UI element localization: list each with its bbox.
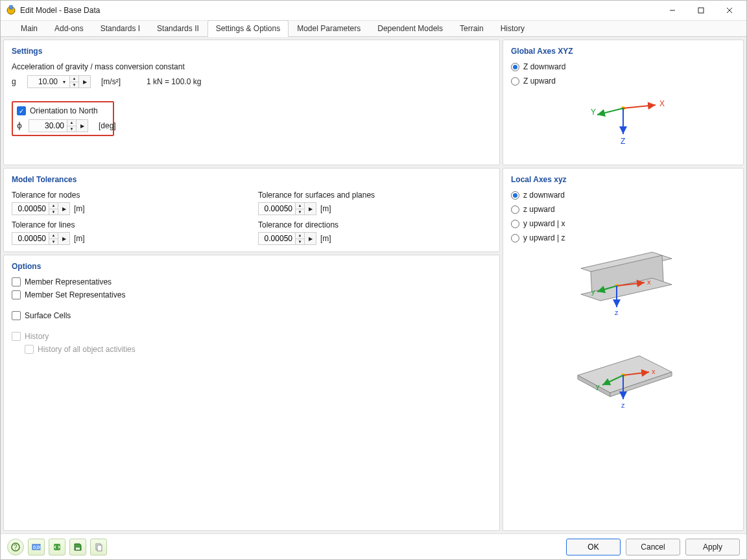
history-label: History — [25, 332, 49, 341]
maximize-button[interactable] — [687, 1, 715, 20]
close-button[interactable] — [715, 1, 744, 20]
local-z-down-radio[interactable]: z downward — [511, 191, 735, 200]
app-icon — [6, 5, 16, 16]
spin-down-icon[interactable]: ▼ — [70, 82, 78, 88]
tol-surfaces-spinner[interactable]: ▲▼ — [296, 202, 305, 215]
gravity-note: 1 kN = 100.0 kg — [147, 77, 201, 86]
window-title: Edit Model - Base Data — [20, 6, 100, 15]
svg-text:z: z — [615, 309, 619, 316]
member-reps-checkbox[interactable] — [12, 277, 21, 286]
tol-unit: [m] — [74, 204, 85, 213]
svg-rect-38 — [76, 548, 80, 550]
orientation-highlight: ✓ Orientation to North ɸ ▲ ▼ — [12, 101, 114, 136]
gravity-spinner[interactable]: ▲ ▼ — [70, 75, 79, 88]
spin-up-icon[interactable]: ▲ — [67, 120, 76, 126]
svg-text:z: z — [621, 401, 625, 409]
tol-surfaces-picker[interactable]: ▶ — [305, 202, 316, 215]
save-icon[interactable] — [69, 539, 86, 555]
titlebar: Edit Model - Base Data — [1, 1, 746, 20]
gravity-select[interactable]: 10.00 ▾ — [27, 75, 70, 88]
tolerances-title: Model Tolerances — [12, 175, 492, 184]
svg-line-9 — [597, 108, 623, 115]
help-icon[interactable]: ? — [7, 539, 24, 555]
chevron-down-icon: ▾ — [60, 79, 68, 85]
tol-directions-label: Tolerance for directions — [258, 220, 492, 229]
surface-cells-checkbox[interactable] — [12, 311, 21, 320]
options-title: Options — [12, 262, 492, 271]
orientation-angle-input[interactable] — [29, 119, 67, 132]
tab-settings-options[interactable]: Settings & Options — [208, 20, 289, 37]
tol-directions-input[interactable] — [258, 232, 296, 245]
tol-surfaces-label: Tolerance for surfaces and planes — [258, 191, 492, 200]
svg-text:0,00: 0,00 — [33, 545, 41, 550]
script-icon[interactable] — [49, 539, 65, 555]
cancel-button[interactable]: Cancel — [626, 539, 680, 555]
history-all-label: History of all object activities — [38, 345, 136, 354]
units-icon[interactable]: 0,00 — [28, 539, 45, 555]
svg-rect-40 — [97, 545, 102, 551]
tabstrip: Main Add-ons Standards I Standards II Se… — [1, 20, 746, 37]
gravity-label: Acceleration of gravity / mass conversio… — [12, 62, 492, 71]
gravity-picker[interactable]: ▶ — [79, 75, 91, 88]
svg-text:Y: Y — [591, 108, 596, 117]
apply-button[interactable]: Apply — [685, 539, 740, 555]
tab-addons[interactable]: Add-ons — [46, 20, 92, 36]
tol-directions-picker[interactable]: ▶ — [305, 232, 316, 245]
tol-surfaces-input[interactable] — [258, 202, 296, 215]
orientation-unit: [deg] — [99, 121, 116, 130]
ok-button[interactable]: OK — [566, 539, 621, 555]
global-z-down-radio[interactable]: Z downward — [511, 62, 735, 71]
tol-nodes-input[interactable] — [12, 202, 49, 215]
svg-rect-1 — [10, 5, 12, 9]
tol-lines-picker[interactable]: ▶ — [58, 232, 70, 245]
svg-line-7 — [623, 105, 656, 108]
surface-cells-label: Surface Cells — [25, 311, 71, 320]
svg-text:y: y — [591, 288, 595, 296]
local-axes-title: Local Axes xyz — [511, 175, 735, 184]
orientation-checkbox[interactable]: ✓ — [17, 106, 26, 115]
local-y-up-x-radio[interactable]: y upward | x — [511, 219, 735, 228]
options-panel: Options Member Representatives Member Se… — [3, 255, 500, 531]
settings-title: Settings — [12, 47, 492, 56]
tab-standards-2[interactable]: Standards II — [148, 20, 208, 36]
tol-lines-spinner[interactable]: ▲▼ — [49, 232, 58, 245]
tab-model-parameters[interactable]: Model Parameters — [289, 20, 369, 36]
tab-terrain[interactable]: Terrain — [451, 20, 492, 36]
svg-text:x: x — [647, 278, 651, 286]
history-all-checkbox — [25, 345, 34, 354]
local-y-up-z-radio[interactable]: y upward | z — [511, 233, 735, 242]
svg-text:y: y — [596, 382, 600, 390]
local-z-up-radio[interactable]: z upward — [511, 205, 735, 214]
phi-symbol: ɸ — [17, 121, 22, 131]
member-set-reps-checkbox[interactable] — [12, 290, 21, 299]
tol-lines-input[interactable] — [12, 232, 49, 245]
tab-standards-1[interactable]: Standards I — [92, 20, 148, 36]
tol-directions-spinner[interactable]: ▲▼ — [296, 232, 305, 245]
member-set-reps-label: Member Set Representatives — [25, 290, 125, 299]
orientation-picker[interactable]: ▶ — [77, 119, 88, 132]
orientation-spinner[interactable]: ▲ ▼ — [67, 119, 77, 132]
tab-main[interactable]: Main — [12, 20, 46, 36]
global-axes-diagram: X Y Z — [511, 92, 735, 150]
tol-nodes-spinner[interactable]: ▲▼ — [49, 202, 58, 215]
tol-nodes-label: Tolerance for nodes — [12, 191, 245, 200]
orientation-label: Orientation to North — [30, 106, 98, 115]
history-checkbox — [12, 332, 21, 341]
spin-up-icon[interactable]: ▲ — [70, 76, 78, 82]
copy-icon[interactable] — [90, 539, 107, 555]
bottom-bar: ? 0,00 OK Cancel Apply — [1, 533, 746, 559]
local-axes-panel: Local Axes xyz z downward z upward y upw… — [503, 168, 744, 531]
tol-nodes-picker[interactable]: ▶ — [58, 202, 70, 215]
svg-text:Z: Z — [621, 137, 625, 146]
tab-history[interactable]: History — [492, 20, 533, 36]
global-axes-title: Global Axes XYZ — [511, 47, 735, 56]
minimize-button[interactable] — [658, 1, 687, 20]
local-axes-plate-diagram: x y z — [511, 346, 735, 417]
tab-dependent-models[interactable]: Dependent Models — [369, 20, 451, 36]
svg-text:x: x — [652, 368, 656, 375]
member-reps-label: Member Representatives — [25, 277, 112, 286]
svg-rect-3 — [698, 8, 704, 13]
global-z-up-radio[interactable]: Z upward — [511, 76, 735, 86]
spin-down-icon[interactable]: ▼ — [67, 126, 76, 132]
tolerances-panel: Model Tolerances Tolerance for nodes ▲▼ … — [3, 168, 500, 252]
